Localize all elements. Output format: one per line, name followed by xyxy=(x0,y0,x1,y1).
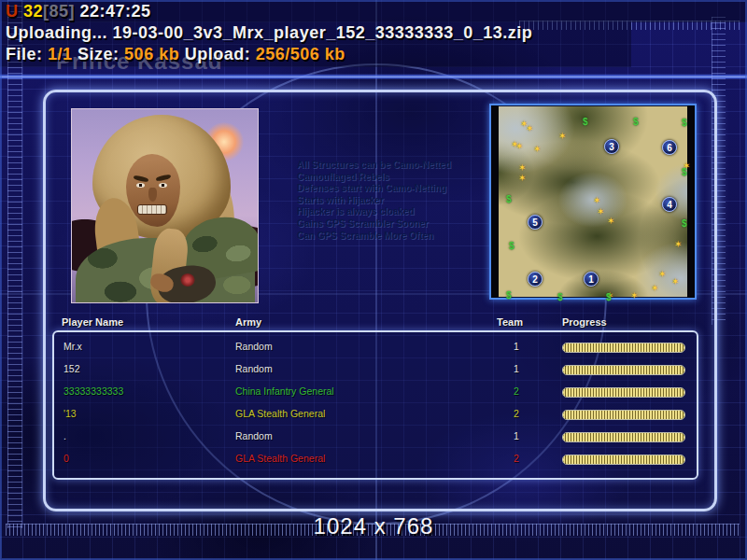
left-ruler xyxy=(7,0,22,528)
map-star-icon: ✶ xyxy=(651,284,658,293)
start-position-marker-6: 6 xyxy=(662,140,677,155)
player-name-cell: 33333333333 xyxy=(63,385,123,397)
supply-dock-icon: $ xyxy=(506,291,512,301)
player-table: Mr.xRandom1152Random133333333333China In… xyxy=(52,330,698,480)
portrait-red-detail xyxy=(180,273,195,287)
player-name-cell: 152 xyxy=(63,363,80,374)
map-star-icon: ✶ xyxy=(526,124,533,133)
supply-dock-icon: $ xyxy=(606,293,612,302)
map-star-icon: ✶ xyxy=(671,277,679,287)
upload-prefix: U xyxy=(6,2,19,21)
map-star-icon: ✶ xyxy=(658,270,666,279)
size-value: 506 kb xyxy=(124,45,179,63)
progress-bar-fill xyxy=(563,433,684,441)
start-position-marker-2: 2 xyxy=(528,272,543,287)
column-header-army: Army xyxy=(235,316,261,328)
portrait-teeth xyxy=(137,204,167,215)
file-value: 1/1 xyxy=(48,45,73,63)
start-position-marker-1: 1 xyxy=(584,272,599,287)
progress-bar-fill xyxy=(563,411,684,419)
table-row: 0GLA Stealth General2 xyxy=(54,449,697,471)
progress-bar xyxy=(562,387,685,398)
map-star-icon: ✶ xyxy=(593,196,600,205)
supply-dock-icon: $ xyxy=(506,195,512,204)
map-star-icon: ✶ xyxy=(515,142,523,151)
team-cell: 2 xyxy=(502,408,530,419)
portrait-eye-left xyxy=(136,183,145,188)
feature-line-1: All Structures can be Camo-Netted xyxy=(297,160,484,172)
file-label: File: xyxy=(6,45,43,63)
army-cell: Random xyxy=(235,430,273,441)
resolution-label: 1024 x 768 xyxy=(0,513,747,539)
team-cell: 2 xyxy=(502,385,530,397)
start-position-marker-4: 4 xyxy=(662,197,677,212)
feature-line-5: Hijacker is always cloaked xyxy=(297,206,484,218)
progress-bar-fill xyxy=(563,343,684,352)
table-row: 33333333333China Infantry General2 xyxy=(54,382,697,404)
minimap: 123456✶✶✶✶✶✶✶✶✶✶✶✶✶✶✶✶✶✶$$$$$$$$$$ xyxy=(489,104,697,300)
clock-time: 22:47:25 xyxy=(80,2,151,21)
start-position-marker-3: 3 xyxy=(604,139,619,154)
team-cell: 1 xyxy=(502,341,530,352)
size-label: Size: xyxy=(78,45,120,63)
supply-dock-icon: $ xyxy=(682,219,687,229)
map-star-icon: ✶ xyxy=(533,145,541,154)
map-star-icon: ✶ xyxy=(518,174,526,183)
army-cell: China Infantry General xyxy=(235,385,334,397)
column-header-team: Team xyxy=(493,316,527,328)
start-position-marker-5: 5 xyxy=(528,215,543,230)
portrait-nose xyxy=(148,188,157,202)
player-name-cell: 0 xyxy=(63,453,69,464)
supply-dock-icon: $ xyxy=(557,293,563,302)
feature-line-6: Gains GPS Scrambler Sooner xyxy=(297,218,484,231)
player-name-cell: Mr.x xyxy=(63,341,82,352)
army-cell: GLA Stealth General xyxy=(235,408,325,419)
column-header-player-name: Player Name xyxy=(62,316,123,328)
upload-label: Upload: xyxy=(185,45,251,63)
map-star-icon: ✶ xyxy=(607,217,614,226)
progress-bar-fill xyxy=(563,366,684,374)
feature-line-7: Can GPS Scramble More Often xyxy=(297,231,484,243)
supply-dock-icon: $ xyxy=(633,118,639,127)
map-star-icon: ✶ xyxy=(674,240,682,249)
minimap-letterbox-left xyxy=(491,105,499,298)
supply-dock-icon: $ xyxy=(583,118,588,127)
team-cell: 2 xyxy=(502,453,530,464)
feature-line-2: Camouflaged Rebels xyxy=(297,172,484,184)
column-header-progress: Progress xyxy=(562,316,607,328)
progress-bar xyxy=(562,432,685,442)
general-portrait-photo xyxy=(71,108,259,303)
table-row: 152Random1 xyxy=(54,359,697,382)
map-star-icon: ✶ xyxy=(630,291,638,301)
table-row: '13GLA Stealth General2 xyxy=(54,404,697,427)
status-line-progress: File: 1/1 Size: 506 kb Upload: 256/506 k… xyxy=(6,45,345,64)
progress-bar-fill xyxy=(563,388,684,397)
army-cell: Random xyxy=(235,363,273,374)
features-list: All Structures can be Camo-NettedCamoufl… xyxy=(297,160,484,242)
map-star-icon: ✶ xyxy=(518,163,526,173)
army-cell: GLA Stealth General xyxy=(235,453,325,464)
player-table-rows: Mr.xRandom1152Random133333333333China In… xyxy=(54,337,697,471)
upload-value: 256/506 kb xyxy=(256,45,345,63)
table-row: Mr.xRandom1 xyxy=(54,337,697,359)
minimap-letterbox-right xyxy=(687,105,695,298)
supply-dock-icon: $ xyxy=(509,242,514,251)
player-name-cell: '13 xyxy=(63,408,77,419)
progress-bar xyxy=(562,410,685,420)
team-cell: 1 xyxy=(502,363,530,374)
upload-rank: [85] xyxy=(43,2,75,21)
upload-count: 32 xyxy=(23,2,43,21)
table-row: .Random1 xyxy=(54,427,697,449)
status-line-filename: Uploading... 19-03-00_3v3_Mrx_player_152… xyxy=(6,23,532,43)
map-star-icon: ✶ xyxy=(597,207,604,217)
progress-bar xyxy=(562,343,685,353)
supply-dock-icon: $ xyxy=(682,168,687,177)
army-cell: Random xyxy=(235,341,273,352)
progress-bar xyxy=(562,365,685,375)
status-line-upload-count: U 32[85] 22:47:25 xyxy=(6,2,151,21)
supply-dock-icon: $ xyxy=(682,119,687,128)
portrait-eye-right xyxy=(159,183,167,188)
feature-line-3: Defenses start with Camo-Netting xyxy=(297,183,484,195)
team-cell: 1 xyxy=(502,430,530,441)
progress-bar-fill xyxy=(563,455,684,464)
